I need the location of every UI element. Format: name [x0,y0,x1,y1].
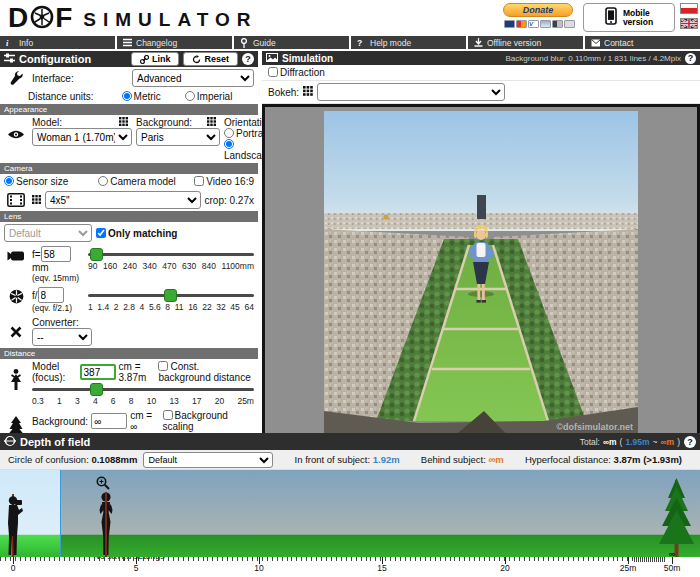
simulation-title: Simulation [282,53,333,64]
download-icon [474,38,483,47]
aperture-tick-label: 2 [114,302,119,312]
bokeh-select[interactable] [317,83,505,101]
dof-scene[interactable]: ∞ 0 5 10 15 20 25m 50m [0,470,700,574]
distance-tick-label: 4 [93,396,98,406]
model-select[interactable]: Woman 1 (1.70m) [32,128,132,146]
metric-radio[interactable]: Metric [122,91,161,102]
background-grid-icon[interactable] [207,117,216,128]
aperture-tick-label: 1.4 [97,302,109,312]
logo-simulator-text: SIMULATOR [83,9,257,31]
focal-length-slider[interactable] [88,248,254,261]
imperial-radio[interactable]: Imperial [185,91,233,102]
interface-label: Interface: [32,73,74,84]
question-icon: ? [357,38,366,48]
interface-select[interactable]: Advanced [132,69,254,87]
converter-label: Converter: [32,317,92,328]
focal-tick-label: 1100mm [222,261,254,271]
background-select[interactable]: Paris [136,128,220,146]
model-distance-handle[interactable] [90,383,103,396]
reset-button[interactable]: Reset [183,52,238,66]
configuration-help-button[interactable]: ? [242,53,254,65]
nav-changelog[interactable]: Changelog [117,36,232,49]
video-169-checkbox[interactable]: Video 16:9 [194,176,254,187]
nav-contact[interactable]: Contact [585,36,700,49]
aperture-tick-label: 45 [230,302,239,312]
link-button[interactable]: Link [131,52,180,66]
aperture-tick-label: 2.8 [123,302,135,312]
simulation-viewport[interactable]: ©dofsimulator.net [262,104,700,441]
aperture-input[interactable] [38,287,64,303]
polish-flag-icon[interactable] [680,3,698,14]
model-distance-ticks: 0.3134681013172025m [32,396,254,406]
sensor-grid-icon[interactable] [32,195,41,206]
only-matching-checkbox[interactable]: Only matching [96,228,177,239]
focal-tick-label: 630 [182,261,196,271]
nav-info[interactable]: i Info [0,36,115,49]
aperture-slider[interactable] [88,289,254,302]
aperture-tick-label: 8 [165,302,170,312]
sensor-size-radio[interactable]: Sensor size [4,176,68,187]
magnifier-icon[interactable] [96,476,110,490]
mobile-version-button[interactable]: Mobileversion [583,3,675,32]
background-tree[interactable] [658,478,695,557]
focal-unit: mm [32,262,84,273]
diffraction-checkbox[interactable]: Diffraction [268,67,325,78]
background-distance-label: Background: [32,416,88,427]
focal-slider-handle[interactable] [90,248,103,261]
dof-near-limit-line [60,470,61,557]
simulation-help-button[interactable]: ? [685,53,696,64]
focal-tick-label: 160 [103,261,117,271]
camera-section-header: Camera [0,163,258,174]
focal-ticks: 901602403404706308401100mm [88,261,254,271]
lens-select[interactable]: Default [4,224,92,242]
hyperfocal-value: 3.87m (>1.93m) [614,454,682,465]
bokeh-grid-icon[interactable] [303,86,313,98]
background-label: Background: [136,117,192,128]
sensor-size-select[interactable]: 4x5" [45,191,201,209]
background-blur-readout: Background blur: 0.110mm / 1 831 lines /… [506,54,682,63]
focal-tick-label: 90 [88,261,97,271]
list-icon [123,38,132,47]
camera-model-radio[interactable]: Camera model [98,176,176,187]
background-scaling-checkbox[interactable]: Background scaling [163,410,254,432]
bokeh-label: Bokeh: [268,87,299,98]
model-focus-input[interactable] [80,364,116,380]
focal-equivalent: (eqv. 15mm) [32,273,84,283]
ruler-label: 25m [620,563,637,573]
donate-button[interactable]: Donate [503,3,573,17]
aperture-slider-handle[interactable] [164,289,177,302]
film-sensor-icon [4,193,28,207]
focal-length-input[interactable] [41,246,71,262]
const-bg-distance-checkbox[interactable]: Const. background distance [158,361,254,383]
dof-title: Depth of field [20,436,90,448]
ruler-label: 50m [664,563,681,573]
nav-help-mode[interactable]: ? Help mode [351,36,466,49]
simulation-header: Simulation Background blur: 0.110mm / 1 … [262,51,700,65]
model-distance-slider[interactable] [32,383,254,396]
configuration-title: Configuration [19,53,91,65]
svg-text:V: V [529,21,534,27]
simulation-panel: Simulation Background blur: 0.110mm / 1 … [262,51,700,441]
crop-factor-value: crop: 0.27x [205,195,254,206]
distance-tick-label: 17 [192,396,201,406]
model-focus-suffix: cm = 3.87m [119,361,156,383]
focus-range-icon [4,435,16,449]
dof-header: Depth of field Total: ∞m (1.95m ~ ∞m) ? [0,433,700,450]
background-distance-input[interactable] [91,413,127,429]
sliders-icon [4,53,15,65]
link-icon [140,55,149,64]
model-grid-icon[interactable] [119,117,128,128]
converter-x-icon [4,326,28,338]
nav-guide[interactable]: Guide [234,36,349,49]
coc-select[interactable]: Default [143,452,273,468]
uk-flag-icon[interactable] [680,18,698,29]
ruler-infinity-label: ∞ [669,549,675,559]
phone-icon [605,7,617,28]
ruler-hatch-region [634,557,666,562]
converter-select[interactable]: -- [32,328,92,346]
watermark: ©dofsimulator.net [556,422,633,432]
camcorder-icon [4,250,28,262]
nav-offline-version[interactable]: Offline version [468,36,583,49]
model-label: Model: [32,117,62,128]
dof-help-button[interactable]: ? [684,436,696,448]
